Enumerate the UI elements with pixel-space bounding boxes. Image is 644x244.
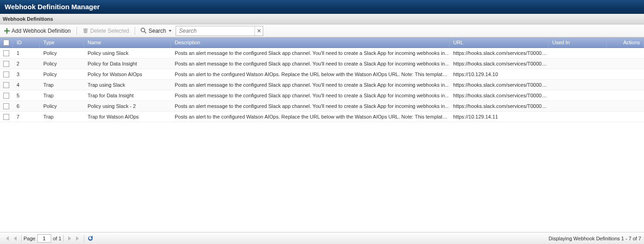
cell-url: https://hooks.slack.com/services/T0000… <box>449 59 549 69</box>
table-row[interactable]: 6 Policy Policy using Slack - 2 Posts an… <box>0 101 644 112</box>
cell-name: Trap for Data Insight <box>84 90 171 101</box>
table-row[interactable]: 2 Policy Policy for Data Insight Posts a… <box>0 59 644 69</box>
paging-separator <box>21 235 22 242</box>
panel-subtitle: Webhook Definitions <box>0 14 644 24</box>
cell-actions <box>607 101 644 111</box>
cell-used-in <box>549 112 607 122</box>
table-row[interactable]: 1 Policy Policy using Slack Posts an ale… <box>0 48 644 59</box>
next-page-button[interactable] <box>65 234 74 243</box>
cell-used-in <box>549 101 607 111</box>
cell-type: Trap <box>40 90 84 101</box>
cell-actions <box>607 90 644 101</box>
cell-url: https://hooks.slack.com/services/T0000… <box>449 80 549 90</box>
col-header-type-label: Type <box>43 40 54 45</box>
table-row[interactable]: 3 Policy Policy for Watson AIOps Posts a… <box>0 69 644 80</box>
cell-type: Policy <box>40 59 84 69</box>
col-header-id-label: ID <box>17 40 22 45</box>
cell-used-in <box>549 80 607 90</box>
cell-name: Trap for Watson AIOps <box>84 112 171 122</box>
checkbox-icon <box>3 40 9 46</box>
row-checkbox[interactable] <box>0 48 13 58</box>
cell-type: Trap <box>40 112 84 122</box>
col-header-description[interactable]: Description <box>171 37 449 48</box>
cell-id: 6 <box>13 101 40 111</box>
checkbox-icon <box>3 71 9 77</box>
add-webhook-label: Add Webhook Definition <box>12 28 71 34</box>
row-checkbox[interactable] <box>0 90 13 101</box>
grid-header: ID Type Name Description URL Used In Act… <box>0 37 644 48</box>
row-checkbox[interactable] <box>0 69 13 79</box>
cell-id: 4 <box>13 80 40 90</box>
col-header-actions-label: Actions <box>623 40 640 45</box>
col-header-used-in[interactable]: Used In <box>549 37 607 48</box>
paging-toolbar: Page of 1 Displaying Webhook Definitions… <box>0 232 644 244</box>
cell-url: https://10.129.14.10 <box>449 69 549 79</box>
paging-separator <box>84 235 84 242</box>
last-page-button[interactable] <box>74 234 82 243</box>
cell-description: Posts an alert message to the configured… <box>171 101 449 111</box>
table-row[interactable]: 5 Trap Trap for Data Insight Posts an al… <box>0 90 644 101</box>
col-header-url[interactable]: URL <box>449 37 549 48</box>
row-checkbox[interactable] <box>0 112 13 122</box>
select-all-header[interactable] <box>0 37 13 48</box>
cell-url: https://10.129.14.11 <box>449 112 549 122</box>
plus-icon <box>4 28 10 34</box>
search-dropdown-button[interactable]: Search <box>138 27 174 35</box>
col-header-actions[interactable]: Actions <box>607 37 644 48</box>
close-icon: ✕ <box>257 28 261 34</box>
row-checkbox[interactable] <box>0 59 13 69</box>
table-row[interactable]: 4 Trap Trap using Slack Posts an alert m… <box>0 80 644 90</box>
cell-description: Posts an alert to the configured Watson … <box>171 112 449 122</box>
first-page-button[interactable] <box>3 234 11 243</box>
cell-description: Posts an alert message to the configured… <box>171 48 449 58</box>
display-count-text: Displaying Webhook Definitions 1 - 7 of … <box>549 236 641 241</box>
cell-used-in <box>549 59 607 69</box>
col-header-name[interactable]: Name <box>84 37 171 48</box>
toolbar: Add Webhook Definition Delete Selected S… <box>0 24 644 37</box>
cell-id: 3 <box>13 69 40 79</box>
col-header-id[interactable]: ID <box>13 37 40 48</box>
chevron-down-icon <box>169 30 171 32</box>
checkbox-icon <box>3 114 9 120</box>
cell-id: 7 <box>13 112 40 122</box>
window-title-bar: Webhook Definition Manager <box>0 0 644 14</box>
refresh-button[interactable] <box>86 234 95 243</box>
page-number-input[interactable] <box>37 234 51 243</box>
cell-name: Policy for Data Insight <box>84 59 171 69</box>
cell-actions <box>607 69 644 79</box>
cell-description: Posts an alert to the configured Watson … <box>171 69 449 79</box>
cell-used-in <box>549 69 607 79</box>
row-checkbox[interactable] <box>0 80 13 90</box>
cell-used-in <box>549 48 607 58</box>
col-header-name-label: Name <box>88 40 101 45</box>
cell-type: Trap <box>40 80 84 90</box>
webhook-grid: ID Type Name Description URL Used In Act… <box>0 37 644 122</box>
delete-selected-label: Delete Selected <box>90 28 130 34</box>
cell-actions <box>607 48 644 58</box>
search-input[interactable] <box>176 26 254 36</box>
paging-separator <box>63 235 64 242</box>
cell-type: Policy <box>40 69 84 79</box>
table-row[interactable]: 7 Trap Trap for Watson AIOps Posts an al… <box>0 112 644 122</box>
cell-url: https://hooks.slack.com/services/T0000… <box>449 90 549 101</box>
cell-name: Policy using Slack <box>84 48 171 58</box>
cell-description: Posts an alert message to the configured… <box>171 90 449 101</box>
row-checkbox[interactable] <box>0 101 13 111</box>
col-header-used-in-label: Used In <box>552 40 570 45</box>
col-header-type[interactable]: Type <box>40 37 84 48</box>
clear-search-button[interactable]: ✕ <box>254 26 263 36</box>
delete-selected-button[interactable]: Delete Selected <box>80 27 132 35</box>
cell-description: Posts an alert message to the configured… <box>171 80 449 90</box>
prev-page-button[interactable] <box>11 234 19 243</box>
cell-url: https://hooks.slack.com/services/T0000… <box>449 101 549 111</box>
cell-actions <box>607 59 644 69</box>
cell-name: Policy using Slack - 2 <box>84 101 171 111</box>
cell-id: 2 <box>13 59 40 69</box>
checkbox-icon <box>3 93 9 99</box>
cell-description: Posts an alert message to the configured… <box>171 59 449 69</box>
checkbox-icon <box>3 61 9 67</box>
trash-icon <box>83 28 89 34</box>
cell-name: Trap using Slack <box>84 80 171 90</box>
cell-type: Policy <box>40 101 84 111</box>
add-webhook-button[interactable]: Add Webhook Definition <box>2 27 73 35</box>
